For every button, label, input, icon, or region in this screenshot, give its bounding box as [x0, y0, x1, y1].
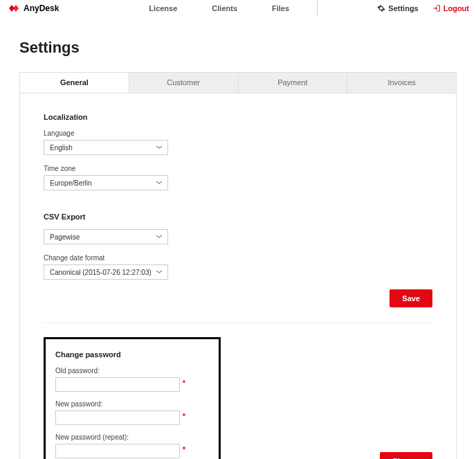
change-password-title: Change password	[55, 350, 209, 359]
anydesk-logo-icon	[7, 3, 21, 13]
nav-settings[interactable]: Settings	[377, 4, 418, 12]
page-title: Settings	[19, 39, 457, 57]
section-divider	[44, 323, 432, 323]
nav-clients[interactable]: Clients	[212, 4, 237, 12]
topbar: AnyDesk License Clients Files Settings L…	[0, 0, 476, 19]
nav-logout[interactable]: Logout	[432, 4, 469, 12]
language-select[interactable]: English	[44, 140, 168, 155]
gear-icon	[377, 4, 385, 12]
date-format-label: Change date format	[44, 254, 432, 262]
csv-mode-select[interactable]: Pagewise	[44, 229, 168, 244]
timezone-select[interactable]: Europe/Berlin	[44, 175, 168, 190]
csv-mode-value: Pagewise	[44, 229, 168, 244]
timezone-label: Time zone	[44, 165, 432, 172]
tab-invoices[interactable]: Invoices	[347, 73, 456, 93]
old-password-field: Old password: *	[55, 367, 209, 392]
nav-divider	[317, 1, 318, 16]
tab-customer[interactable]: Customer	[129, 73, 239, 93]
required-marker: *	[183, 379, 185, 387]
nav-settings-label: Settings	[388, 4, 418, 12]
settings-panel: Localization Language English Time zone …	[19, 93, 457, 459]
old-password-label: Old password:	[55, 367, 209, 375]
nav-files[interactable]: Files	[272, 4, 289, 12]
csv-section: CSV Export Pagewise Change date format C…	[44, 213, 432, 280]
brand-text: AnyDesk	[24, 3, 59, 13]
right-nav: Settings Logout	[377, 4, 469, 12]
required-marker: *	[183, 412, 185, 420]
localization-section: Localization Language English Time zone …	[44, 113, 432, 190]
language-value: English	[44, 140, 168, 155]
old-password-input[interactable]	[55, 377, 180, 392]
nav-license[interactable]: License	[149, 4, 177, 12]
save-button[interactable]: Save	[390, 289, 432, 307]
new-password-input[interactable]	[55, 411, 180, 425]
change-button[interactable]: Change	[380, 452, 432, 459]
tabs: General Customer Payment Invoices	[19, 72, 457, 93]
brand-logo[interactable]: AnyDesk	[7, 3, 59, 13]
save-row: Save	[44, 289, 432, 307]
required-marker: *	[183, 445, 185, 453]
new-password-field: New password: *	[55, 400, 209, 425]
date-format-value: Canonical (2015-07-26 12:27:03)	[44, 264, 168, 280]
page: Settings General Customer Payment Invoic…	[0, 19, 476, 459]
tab-general[interactable]: General	[20, 73, 129, 93]
new-password-label: New password:	[55, 400, 209, 408]
nav-logout-label: Logout	[443, 4, 469, 12]
main-nav: License Clients Files	[149, 4, 289, 12]
tab-payment[interactable]: Payment	[239, 73, 348, 93]
date-format-select[interactable]: Canonical (2015-07-26 12:27:03)	[44, 264, 168, 280]
csv-title: CSV Export	[44, 213, 432, 221]
repeat-password-label: New password (repeat):	[55, 433, 209, 441]
change-password-box: Change password Old password: * New pass…	[44, 337, 221, 459]
localization-title: Localization	[44, 113, 432, 121]
logout-icon	[432, 4, 441, 12]
language-label: Language	[44, 129, 432, 137]
repeat-password-input[interactable]	[55, 444, 180, 458]
timezone-value: Europe/Berlin	[44, 175, 168, 190]
